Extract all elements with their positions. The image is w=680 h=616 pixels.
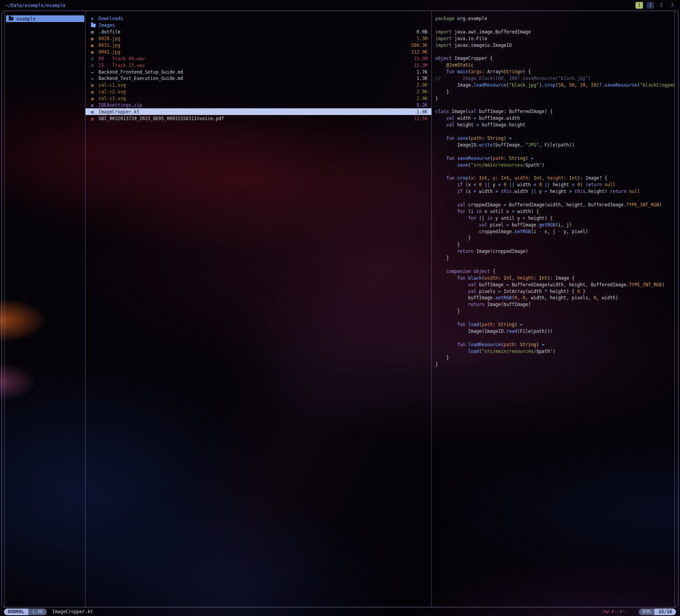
file-row[interactable]: ▧cal-c1.svg2.9K	[85, 82, 431, 89]
svg-icon: ▧	[91, 96, 98, 101]
file-name: IDEAsettings.zip	[98, 102, 142, 108]
code-line: }	[432, 354, 674, 361]
file-size: 2.9K	[412, 96, 427, 101]
file-size: 2.9K	[412, 89, 427, 95]
file-size: 0.0B	[412, 29, 427, 35]
file-row[interactable]: ⊕Downloads	[85, 15, 431, 22]
markdown-icon: ▭	[91, 70, 98, 74]
code-line: for (i in x until x + width) {	[432, 208, 674, 215]
tab-list: 123	[647, 2, 676, 9]
file-row[interactable]: ∩15 - Track 15.wav15.3M	[85, 62, 431, 69]
folder-icon	[91, 24, 98, 27]
code-line	[432, 195, 674, 202]
permissions-text: -rw-r--r--	[600, 609, 628, 614]
audio-icon: ∩	[91, 56, 98, 61]
file-size: 15.3M	[410, 56, 427, 61]
file-size-indicator: 1.6K	[28, 609, 47, 615]
file-row[interactable]: ▧cal-c3.svg2.9K	[85, 95, 431, 102]
task-count-badge: 1	[635, 2, 643, 9]
mode-indicator: NORMAL	[4, 609, 28, 615]
code-line: }	[432, 95, 674, 102]
yazi-frame: example ⊕DownloadsImages▤.dotfile0.0B▦00…	[2, 11, 678, 607]
tab-1[interactable]: 1	[647, 2, 654, 9]
code-line: val height = buffImage.height	[432, 122, 674, 128]
code-line	[432, 168, 674, 175]
file-row[interactable]: ▭Backend_Frontend_Setup_Guide.md1.7K	[85, 69, 431, 75]
file-name: 0042.jpg	[98, 49, 120, 55]
code-line: }	[432, 255, 674, 262]
code-line: import javax.imageio.ImageIO	[432, 42, 674, 49]
file-row[interactable]: ▧cal-c2.svg2.9K	[85, 89, 431, 95]
code-line: val pixels = IntArray(width * height) { …	[432, 288, 674, 295]
file-name: cal-c2.svg	[98, 89, 126, 95]
breadcrumb-path: ~/Data/example/example	[6, 3, 65, 8]
markdown-icon: ▭	[91, 76, 98, 81]
file-name: 09 - Track 09.wav	[98, 56, 145, 61]
file-size: 1.3M	[412, 36, 427, 41]
code-line	[432, 128, 674, 135]
code-line: Image.loadResource("black.jpg").crop(50,…	[432, 82, 674, 89]
code-line: }	[432, 308, 674, 315]
status-right-group: -rw-r--r-- 93% 15/16	[600, 609, 676, 615]
code-line: val pixel = buffImage.getRGB(i, j)	[432, 222, 674, 228]
code-line: buffImage.setRGB(0, 0, width, height, pi…	[432, 295, 674, 301]
code-line: // Image.black(100, 100).saveResource("b…	[432, 75, 674, 82]
file-row[interactable]: ▦0042.jpg212.9K	[85, 48, 431, 55]
file-row[interactable]: ▦0031.jpg586.3K	[85, 42, 431, 49]
code-line: }	[432, 89, 674, 95]
file-size: 12.5K	[410, 116, 427, 121]
file-name: .dotfile	[98, 29, 120, 35]
parent-pane: example	[5, 11, 85, 607]
tab-3[interactable]: 3	[669, 2, 676, 9]
code-line: ImageIO.write(buffImage, "JPG", File(pat…	[432, 142, 674, 148]
code-line	[432, 335, 674, 341]
archive-icon: ▥	[91, 103, 98, 108]
kotlin-file-icon: ▤	[91, 109, 98, 114]
code-line: return Image(croppedImage)	[432, 248, 674, 255]
code-line: if (x + width > this.width || y + height…	[432, 188, 674, 195]
code-line: import java.io.File	[432, 35, 674, 42]
file-row[interactable]: ▨SBI_0032013739_2023_DE05_0003155631Invo…	[85, 115, 431, 122]
file-row[interactable]: ▥IDEAsettings.zip5.2K	[85, 102, 431, 109]
preview-pane: package org.exampleimport java.awt.image…	[432, 11, 674, 607]
audio-icon: ∩	[91, 63, 98, 68]
svg-icon: ▧	[91, 83, 98, 87]
code-line: }	[432, 241, 674, 248]
file-name: ImageCropper.kt	[98, 109, 139, 115]
code-line: class Image(val buffImage: BufferedImage…	[432, 108, 674, 115]
file-size: 586.3K	[407, 43, 427, 48]
cursor-position: 15/16	[654, 609, 676, 615]
file-size: 212.9K	[407, 49, 427, 55]
file-name: SBI_0032013739_2023_DE05_0003155631Invoi…	[98, 116, 224, 121]
code-line	[432, 22, 674, 29]
code-line: import java.awt.image.BufferedImage	[432, 29, 674, 35]
tab-2[interactable]: 2	[658, 2, 665, 9]
pdf-icon: ▨	[91, 116, 98, 121]
code-line: package org.example	[432, 15, 674, 22]
file-row[interactable]: ▤.dotfile0.0B	[85, 29, 431, 35]
file-name: 0031.jpg	[98, 43, 120, 48]
file-size: 2.9K	[412, 82, 427, 88]
code-line: fun main(args: Array<String>) {	[432, 69, 674, 75]
file-size: 1.7K	[412, 69, 427, 75]
svg-icon: ▧	[91, 89, 98, 94]
file-row[interactable]: ∩09 - Track 09.wav15.3M	[85, 55, 431, 62]
file-row[interactable]: ▭Backend_Test_Execution_Guide.md1.3K	[85, 75, 431, 82]
parent-dir-item[interactable]: example	[6, 15, 84, 22]
status-bar: NORMAL 1.6K ImageCropper.kt -rw-r--r-- 9…	[4, 608, 676, 615]
code-line	[432, 48, 674, 55]
image-icon: ▦	[91, 50, 98, 54]
code-line: }	[432, 235, 674, 241]
file-row[interactable]: Images	[85, 22, 431, 29]
file-row[interactable]: ▦0028.jpg1.3M	[85, 35, 431, 42]
code-line: val croppedImage = BufferedImage(width, …	[432, 202, 674, 208]
file-size: 1.6K	[412, 109, 427, 115]
code-line: companion object {	[432, 268, 674, 275]
code-line	[432, 262, 674, 268]
code-line: fun crop(x: Int, y: Int, width: Int, hei…	[432, 175, 674, 182]
scroll-percent: 93%	[639, 609, 655, 615]
file-row[interactable]: ▤ImageCropper.kt1.6K	[85, 108, 431, 115]
file-name: Images	[98, 22, 115, 28]
status-filename: ImageCropper.kt	[52, 609, 93, 614]
image-icon: ▦	[91, 43, 98, 48]
